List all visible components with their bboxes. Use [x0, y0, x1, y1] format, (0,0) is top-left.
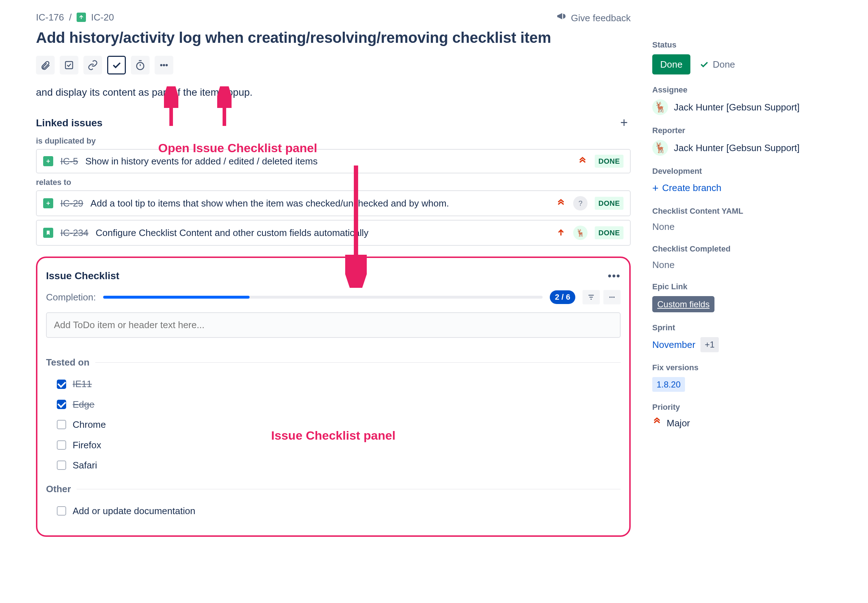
- yaml-field-label: Checklist Content YAML: [652, 206, 839, 217]
- sprint-extra-count: +1: [700, 337, 719, 352]
- checklist-item[interactable]: Edge: [46, 394, 621, 414]
- priority-field-value[interactable]: Major: [652, 417, 839, 430]
- checklist-panel-more-button[interactable]: •••: [608, 269, 621, 283]
- attach-button[interactable]: [36, 56, 55, 74]
- sprint-field-value[interactable]: November +1: [652, 337, 839, 352]
- linked-issues-list: is duplicated byIC-5Show in history even…: [36, 136, 631, 246]
- issue-description[interactable]: and display its content as part of the i…: [36, 85, 631, 99]
- stopwatch-button[interactable]: [131, 56, 150, 74]
- epic-field-label: Epic Link: [652, 281, 839, 292]
- priority-major-icon: [652, 417, 661, 430]
- linked-issue-status: DONE: [595, 226, 623, 239]
- svg-point-4: [166, 64, 168, 66]
- new-feature-type-icon: [43, 198, 53, 208]
- checklist-item-label: Firefox: [72, 439, 101, 451]
- status-category: Done: [699, 58, 735, 71]
- checklist-button[interactable]: [107, 56, 126, 74]
- linked-relation-label: is duplicated by: [36, 136, 631, 147]
- svg-point-10: [614, 297, 615, 298]
- reporter-name: Jack Hunter [Gebsun Support]: [674, 141, 800, 155]
- linked-issue-card[interactable]: IC-5Show in history events for added / e…: [36, 149, 631, 173]
- completion-label: Completion:: [46, 291, 96, 304]
- priority-field-label: Priority: [652, 402, 839, 413]
- issue-toolbar: [36, 56, 631, 74]
- linked-issue-card[interactable]: IC-234Configure Checklist Content and ot…: [36, 220, 631, 246]
- give-feedback-label: Give feedback: [571, 11, 631, 25]
- linked-issue-summary: Add a tool tip to items that show when t…: [91, 197, 549, 210]
- checklist-item[interactable]: Firefox: [46, 435, 621, 455]
- svg-point-3: [163, 64, 165, 66]
- linked-issue-summary: Show in history events for added / edite…: [85, 155, 570, 168]
- checklist-checkbox[interactable]: [57, 441, 66, 450]
- story-type-icon: [43, 228, 53, 238]
- reporter-value[interactable]: 🦌 Jack Hunter [Gebsun Support]: [652, 140, 839, 156]
- completed-field-value[interactable]: None: [652, 258, 839, 271]
- checklist-filter-button[interactable]: [583, 290, 600, 305]
- assignee-field-label: Assignee: [652, 85, 839, 96]
- linked-issue-key: IC-5: [60, 155, 78, 168]
- yaml-field-value[interactable]: None: [652, 220, 839, 233]
- breadcrumb: IC-176 / IC-20 Give feedback: [36, 11, 631, 24]
- completion-count-pill: 2 / 6: [550, 290, 575, 305]
- avatar: 🦌: [652, 140, 668, 156]
- breadcrumb-current[interactable]: IC-20: [91, 11, 114, 24]
- priority-highest-icon: [556, 198, 566, 208]
- checklist-group-header: Other: [46, 482, 621, 495]
- create-branch-link[interactable]: + Create branch: [652, 181, 839, 196]
- checklist-checkbox[interactable]: [57, 420, 66, 429]
- checklist-checkbox[interactable]: [57, 400, 66, 409]
- issue-title[interactable]: Add history/activity log when creating/r…: [36, 27, 631, 49]
- epic-link-value[interactable]: Custom fields: [652, 296, 714, 313]
- svg-rect-0: [65, 62, 72, 69]
- add-child-button[interactable]: [60, 56, 79, 74]
- breadcrumb-separator: /: [69, 11, 72, 24]
- checklist-item[interactable]: Add or update documentation: [46, 501, 621, 521]
- breadcrumb-parent[interactable]: IC-176: [36, 11, 64, 24]
- checklist-checkbox[interactable]: [57, 506, 66, 516]
- status-field-label: Status: [652, 40, 839, 51]
- priority-high-icon: [556, 228, 566, 238]
- give-feedback-button[interactable]: Give feedback: [556, 11, 631, 25]
- checklist-checkbox[interactable]: [57, 461, 66, 470]
- linked-issue-card[interactable]: IC-29Add a tool tip to items that show w…: [36, 190, 631, 216]
- link-button[interactable]: [83, 56, 102, 74]
- priority-highest-icon: [577, 156, 587, 166]
- issue-checklist-panel: Issue Checklist ••• Completion: 2 / 6: [36, 257, 631, 537]
- add-todo-input[interactable]: [46, 312, 621, 338]
- linked-issue-key: IC-234: [60, 226, 88, 239]
- checklist-item-label: IE11: [72, 377, 92, 390]
- status-category-label: Done: [713, 58, 735, 71]
- checklist-checkbox[interactable]: [57, 380, 66, 389]
- completion-progress-bar: [103, 296, 543, 298]
- priority-value-label: Major: [667, 417, 690, 430]
- plus-icon: +: [652, 181, 659, 196]
- checklist-more-button[interactable]: [603, 290, 621, 305]
- checklist-item-label: Add or update documentation: [72, 504, 195, 517]
- assignee-name: Jack Hunter [Gebsun Support]: [674, 101, 800, 114]
- checklist-item[interactable]: IE11: [46, 374, 621, 394]
- create-branch-label: Create branch: [662, 181, 722, 194]
- assignee-avatar: 🦌: [573, 226, 587, 240]
- checklist-item-label: Safari: [72, 459, 97, 472]
- svg-point-2: [160, 64, 162, 66]
- issue-type-icon: [77, 12, 86, 22]
- sprint-field-label: Sprint: [652, 322, 839, 334]
- checklist-group-header: Tested on: [46, 356, 621, 369]
- issue-main-column: IC-176 / IC-20 Give feedback Add history…: [36, 11, 631, 537]
- sprint-name: November: [652, 338, 695, 351]
- add-linked-issue-button[interactable]: +: [617, 114, 631, 132]
- megaphone-icon: [556, 11, 567, 25]
- svg-point-9: [611, 297, 613, 298]
- assignee-value[interactable]: 🦌 Jack Hunter [Gebsun Support]: [652, 99, 839, 115]
- checklist-item[interactable]: Safari: [46, 455, 621, 475]
- status-dropdown[interactable]: Done: [652, 54, 691, 74]
- reporter-field-label: Reporter: [652, 125, 839, 136]
- more-actions-button[interactable]: [155, 56, 173, 74]
- fix-version-value[interactable]: 1.8.20: [652, 377, 685, 392]
- assignee-avatar: ?: [573, 196, 587, 210]
- checklist-item[interactable]: Chrome: [46, 414, 621, 434]
- avatar: 🦌: [652, 99, 668, 115]
- check-icon: [699, 59, 709, 70]
- new-feature-type-icon: [43, 156, 53, 166]
- checklist-panel-title: Issue Checklist: [46, 269, 119, 283]
